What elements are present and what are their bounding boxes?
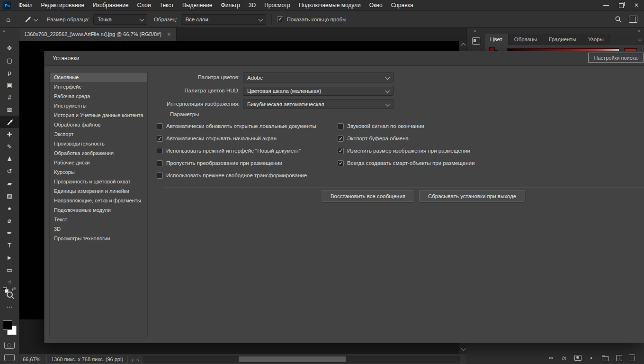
swap-colors-icon[interactable]: ⇄ <box>11 286 16 292</box>
menubar-item[interactable]: Фильтр <box>217 0 244 10</box>
horizontal-scrollbar-thumb[interactable] <box>239 356 346 362</box>
preference-option[interactable]: Звуковой сигнал по окончании <box>338 122 424 130</box>
preferences-category[interactable]: Обработка изображения <box>50 148 147 158</box>
menubar-item[interactable]: Справка <box>387 0 418 10</box>
preference-option[interactable]: Использовать прежнее свободное трансформ… <box>157 172 307 179</box>
option-checkbox[interactable] <box>338 123 344 129</box>
menubar-item[interactable]: 3D <box>244 0 260 10</box>
menubar-item[interactable]: Редактирование <box>37 0 89 10</box>
layer-mask-icon[interactable] <box>574 355 581 361</box>
option-checkbox[interactable] <box>338 136 344 142</box>
panel-tab-Узоры[interactable]: Узоры <box>582 34 610 45</box>
preference-option[interactable]: Пропустить преобразование при размещении <box>157 159 282 167</box>
preference-option[interactable]: Автоматически открывать начальный экран <box>157 135 277 142</box>
option-checkbox[interactable] <box>157 160 163 166</box>
preferences-category[interactable]: Рабочие диски <box>50 158 147 167</box>
brush-tool[interactable]: ✎ <box>0 140 19 153</box>
default-colors-icon[interactable] <box>3 287 9 293</box>
panel-icon[interactable] <box>472 37 480 45</box>
panel-tab-Градиенты[interactable]: Градиенты <box>543 34 582 45</box>
tool-preset-picker[interactable] <box>24 16 37 23</box>
scroll-left-arrow[interactable]: ‹ <box>137 356 139 362</box>
preference-option[interactable]: Изменить размер изображения при размещен… <box>338 147 470 155</box>
dodge-tool[interactable]: ⌀ <box>0 214 19 227</box>
menubar-item[interactable]: Просмотр <box>260 0 295 10</box>
new-layer-icon[interactable] <box>616 355 622 361</box>
menubar-item[interactable]: Текст <box>155 0 178 10</box>
panel-tab-Образцы[interactable]: Образцы <box>509 34 543 45</box>
eyedropper-tool[interactable] <box>0 116 19 128</box>
blur-tool[interactable]: ● <box>0 202 19 214</box>
fx-icon[interactable]: fx <box>561 355 567 361</box>
object-selection-tool[interactable]: ▣ <box>0 79 19 91</box>
document-tab[interactable]: 1360x768_229562_[www.ArtFile.ru].jpg @ 6… <box>19 27 177 41</box>
move-tool[interactable]: ✥ <box>0 42 19 54</box>
preference-option[interactable]: Всегда создавать смарт-объекты при разме… <box>338 159 474 167</box>
pen-tool[interactable]: ✒ <box>0 227 19 239</box>
quick-mask-button[interactable] <box>4 342 15 349</box>
path-selection-tool[interactable]: ► <box>0 251 19 264</box>
link-icon[interactable]: ∞ <box>548 355 554 361</box>
tab-close-icon[interactable]: × <box>167 31 171 38</box>
crop-tool[interactable]: # <box>0 91 19 103</box>
option-checkbox[interactable] <box>338 148 344 154</box>
menubar-item[interactable]: Выделение <box>178 0 217 10</box>
preferences-category[interactable]: Направляющие, сетка и фрагменты <box>50 196 147 205</box>
home-icon[interactable]: ⌂ <box>6 15 10 23</box>
lasso-tool[interactable]: ρ <box>0 66 19 79</box>
preference-option[interactable]: Использовать прежний интерфейс "Новый до… <box>157 147 301 155</box>
status-menu-arrow[interactable]: › <box>132 356 134 362</box>
preferences-category[interactable]: Курсоры <box>50 167 147 177</box>
preference-option[interactable]: Экспорт буфера обмена <box>338 135 409 142</box>
type-tool[interactable]: T <box>0 239 19 251</box>
menubar-item[interactable]: Подключаемые модули <box>295 0 365 10</box>
scroll-up-button[interactable] <box>459 41 467 48</box>
option-checkbox[interactable] <box>157 173 163 179</box>
dock-collapse-button[interactable]: « <box>467 27 485 34</box>
panel-menu-icon[interactable]: ≡ <box>638 36 642 43</box>
foreground-color-swatch[interactable] <box>3 320 12 330</box>
rectangle-tool[interactable]: ▭ <box>0 264 19 276</box>
restore-button[interactable] <box>614 0 629 10</box>
search-icon[interactable] <box>615 16 622 23</box>
option-checkbox[interactable] <box>157 123 163 129</box>
preferences-category[interactable]: Обработка файлов <box>50 120 147 129</box>
preferences-category[interactable]: Единицы измерения и линейки <box>50 186 147 196</box>
show-ring-checkbox[interactable] <box>277 16 283 22</box>
history-brush-tool[interactable]: ↺ <box>0 165 19 177</box>
sample-size-select[interactable]: Точка <box>93 14 147 25</box>
preferences-category[interactable]: Просмотры технологии <box>50 234 147 243</box>
preference-option[interactable]: Автоматически обновлять открытые локальн… <box>157 122 316 130</box>
edit-toolbar[interactable]: ⋯ <box>0 300 19 313</box>
clone-stamp-tool[interactable]: ♟ <box>0 153 19 165</box>
adjustment-icon[interactable]: ◐ <box>589 355 595 361</box>
option-checkbox[interactable] <box>157 136 163 142</box>
preferences-category[interactable]: Прозрачность и цветовой охват <box>50 177 147 186</box>
toolbar-collapse-button[interactable]: » <box>0 27 19 35</box>
sample-select[interactable]: Все слои <box>181 14 266 25</box>
horizontal-scrollbar[interactable] <box>143 356 460 363</box>
screen-mode-button[interactable] <box>4 354 15 361</box>
menubar-item[interactable]: Окно <box>365 0 387 10</box>
preferences-category[interactable]: Текст <box>50 215 147 224</box>
interpolation-select[interactable]: Бикубическая автоматическая <box>243 99 394 109</box>
menubar-item[interactable]: Слои <box>133 0 155 10</box>
option-checkbox[interactable] <box>338 160 344 166</box>
frame-tool[interactable]: ⊠ <box>0 103 19 116</box>
group-icon[interactable] <box>602 355 609 361</box>
preferences-category[interactable]: Производительность <box>50 139 147 148</box>
panel-tab-Цвет[interactable]: Цвет <box>484 34 509 45</box>
option-checkbox[interactable] <box>157 148 163 154</box>
hud-color-picker-select[interactable]: Цветовая шкала (маленькая) <box>243 86 394 96</box>
preferences-category[interactable]: 3D <box>50 224 147 234</box>
zoom-level-field[interactable]: 66,67% <box>23 356 46 362</box>
preferences-category[interactable]: Подключаемые модули <box>50 205 147 215</box>
gradient-tool[interactable]: ▨ <box>0 190 19 202</box>
menubar-item[interactable]: Файл <box>14 0 37 10</box>
delete-icon[interactable] <box>629 355 635 361</box>
preferences-category[interactable]: История и Учетные данные контента <box>50 110 147 120</box>
hand-tool[interactable]: ☝ <box>0 276 19 288</box>
reset-preferences-button[interactable]: Сбрасывать установки при выходе <box>419 190 525 202</box>
minimize-button[interactable]: — <box>599 0 614 10</box>
spot-healing-brush-tool[interactable]: ✚ <box>0 128 19 140</box>
